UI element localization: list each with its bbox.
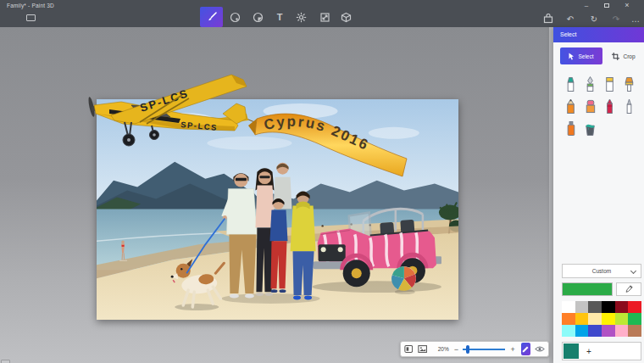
redo-icon: ↷: [613, 14, 619, 24]
select-tab[interactable]: Select: [560, 47, 602, 64]
image-icon[interactable]: [418, 344, 427, 354]
eye-icon: [535, 345, 545, 353]
close-icon: ×: [625, 1, 629, 9]
palette-dropdown[interactable]: Custom: [562, 264, 641, 278]
marker-brush-icon[interactable]: [564, 75, 578, 93]
tool-2d-shapes[interactable]: [225, 7, 245, 27]
spray-can-icon[interactable]: [564, 120, 578, 137]
canvas-toggle-icon[interactable]: [404, 344, 413, 354]
side-panel: Select Select Crop Custom: [553, 27, 644, 363]
paint3d-window: Family* - Paint 3D – × T ↶ ↻ ↷: [0, 0, 644, 363]
maximize-button[interactable]: [598, 0, 615, 10]
add-color-button[interactable]: +: [586, 347, 591, 356]
tool-effects[interactable]: [291, 7, 311, 27]
2d-mode-button[interactable]: [521, 343, 530, 355]
3d-view-button[interactable]: [535, 345, 545, 353]
crop-icon: [612, 53, 619, 60]
palette-swatch[interactable]: [562, 325, 575, 337]
brush-grid: [561, 73, 642, 139]
more-icon: …: [631, 14, 640, 24]
status-bar: 20% − +: [400, 341, 549, 357]
history-icon: ↻: [591, 14, 597, 24]
eraser-icon[interactable]: [583, 98, 597, 115]
palette-swatch[interactable]: [615, 325, 629, 337]
palette-swatch[interactable]: [615, 313, 629, 325]
library-3d-icon: [341, 12, 352, 23]
palette-swatch[interactable]: [575, 325, 589, 337]
panel-title: Select: [553, 27, 644, 42]
undo-icon: ↶: [567, 14, 574, 24]
eyedropper-button[interactable]: [616, 282, 641, 296]
zoom-in-button[interactable]: +: [510, 345, 514, 354]
effects-icon: [296, 12, 307, 23]
palette-swatch[interactable]: [575, 301, 589, 313]
palette-swatch[interactable]: [602, 301, 615, 313]
toolbox-icon: [543, 14, 553, 24]
undo-button[interactable]: ↶: [561, 11, 580, 26]
eyedropper-icon: [625, 285, 633, 293]
paste-button[interactable]: [539, 11, 558, 26]
photo-canvas[interactable]: [97, 99, 458, 320]
cursor-icon: [569, 53, 575, 60]
tool-3d-library[interactable]: [336, 7, 356, 27]
palette-swatch[interactable]: [588, 301, 602, 313]
pencil-brush-icon[interactable]: [564, 98, 578, 115]
pencil-icon: [522, 345, 530, 353]
palette-swatch[interactable]: [588, 313, 602, 325]
menu-button[interactable]: [22, 11, 39, 25]
text-tool-icon: T: [277, 12, 283, 22]
zoom-slider[interactable]: [463, 344, 505, 355]
palette-swatch[interactable]: [602, 313, 615, 325]
pixel-pen-icon[interactable]: [602, 75, 617, 93]
palette-swatch[interactable]: [562, 301, 575, 313]
brush-icon: [206, 11, 218, 23]
shapes-2d-icon: [230, 12, 241, 23]
crop-tab-label: Crop: [623, 53, 635, 59]
crop-tab[interactable]: Crop: [606, 47, 641, 64]
workspace[interactable]: Cyprus 2016 SP-LCS SP-LCS: [0, 27, 553, 363]
oil-brush-icon[interactable]: [622, 75, 636, 93]
tool-brush[interactable]: [200, 7, 223, 27]
custom-color-swatch[interactable]: [564, 343, 579, 359]
palette-swatch[interactable]: [562, 313, 575, 325]
color-palette: [562, 301, 641, 337]
calligraphy-pen-icon[interactable]: [583, 75, 597, 93]
minimize-button[interactable]: –: [578, 0, 595, 10]
menu-icon: [26, 14, 36, 21]
palette-swatch[interactable]: [575, 313, 589, 325]
palette-swatch[interactable]: [602, 325, 615, 337]
palette-dropdown-value: Custom: [592, 268, 611, 274]
palette-swatch[interactable]: [588, 325, 602, 337]
zoom-level: 20%: [438, 346, 449, 352]
maximize-icon: [604, 3, 609, 8]
add-color-row[interactable]: +: [562, 342, 641, 360]
palette-swatch[interactable]: [628, 313, 641, 325]
palette-swatch[interactable]: [628, 301, 641, 313]
window-title: Family* - Paint 3D: [7, 3, 54, 8]
more-button[interactable]: …: [626, 11, 644, 26]
close-button[interactable]: ×: [619, 0, 636, 10]
palette-swatch[interactable]: [615, 301, 629, 313]
tool-text[interactable]: T: [269, 7, 290, 27]
watercolor-brush-icon[interactable]: [622, 98, 636, 115]
select-tab-label: Select: [578, 53, 593, 59]
crayon-icon[interactable]: [602, 98, 617, 115]
titlebar: Family* - Paint 3D – × T ↶ ↻ ↷: [0, 0, 644, 27]
minimize-icon: –: [585, 2, 588, 9]
palette-swatch[interactable]: [628, 325, 641, 337]
corner-control[interactable]: [1, 360, 10, 363]
tool-stickers[interactable]: [247, 7, 268, 27]
current-color-swatch[interactable]: [562, 282, 613, 296]
stickers-icon: [253, 12, 264, 23]
zoom-slider-handle[interactable]: [466, 345, 469, 354]
tool-canvas[interactable]: [314, 7, 335, 27]
canvas-icon: [319, 12, 330, 23]
redo-button[interactable]: ↷: [607, 11, 625, 26]
history-button[interactable]: ↻: [585, 11, 603, 26]
chevron-down-icon: [630, 268, 636, 274]
fill-bucket-icon[interactable]: [583, 120, 597, 137]
zoom-out-button[interactable]: −: [454, 345, 458, 354]
